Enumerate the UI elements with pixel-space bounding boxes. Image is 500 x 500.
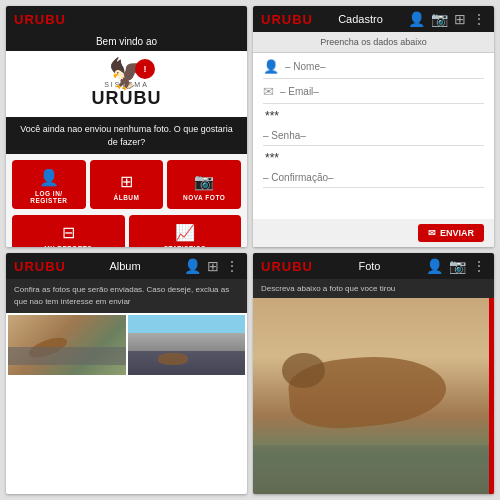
statistics-button[interactable]: 📈 STATISTICS xyxy=(129,215,242,247)
nova-foto-label: NOVA FOTO xyxy=(183,194,225,201)
ground xyxy=(253,445,494,494)
person-field-icon: 👤 xyxy=(263,59,279,74)
foto-image xyxy=(253,298,494,494)
nova-foto-button[interactable]: 📷 NOVA FOTO xyxy=(167,160,241,209)
mail-send-icon: ✉ xyxy=(428,228,436,238)
grid-tab-icon[interactable]: ⊞ xyxy=(207,258,219,274)
senha-stars: *** xyxy=(263,109,484,123)
logo-text: URUBU xyxy=(14,12,66,27)
header-icons: 👤 📷 ⊞ ⋮ xyxy=(408,11,486,27)
header-icons: 👤 📷 ⋮ xyxy=(426,258,486,274)
login-register-button[interactable]: 👤 LOG IN/ REGISTER xyxy=(12,160,86,209)
logo-area: 🦅 ! SISTEMA URUBU xyxy=(6,51,247,117)
album-grid xyxy=(6,313,247,494)
header-title: Foto xyxy=(358,260,380,272)
camera-tab-icon[interactable]: 📷 xyxy=(431,11,448,27)
screen3-header: URUBU Album 👤 ⊞ ⋮ xyxy=(6,253,247,279)
person-icon: 👤 xyxy=(39,168,59,187)
confirm-stars: *** xyxy=(263,151,484,165)
camera-tab-icon[interactable]: 📷 xyxy=(449,258,466,274)
road-surface xyxy=(8,347,126,365)
login-label: LOG IN/ REGISTER xyxy=(16,190,82,204)
welcome-text: Bem vindo ao xyxy=(96,36,157,47)
my-reports-label: MY REPORTS xyxy=(44,245,92,247)
camera-icon: 📷 xyxy=(194,172,214,191)
urubu-text: URUBU xyxy=(92,88,162,109)
report-icon: ⊟ xyxy=(62,223,75,242)
confirm-input[interactable] xyxy=(263,172,484,183)
form-subtitle: Preencha os dados abaixo xyxy=(253,32,494,53)
album-label: ÁLBUM xyxy=(114,194,140,201)
form-body: 👤 ✉ *** *** xyxy=(253,53,494,219)
subtitle-text: Preencha os dados abaixo xyxy=(320,37,427,47)
confirm-stars-row: *** xyxy=(263,151,484,167)
form-footer: ✉ ENVIAR xyxy=(253,219,494,247)
senha-field-row xyxy=(263,130,484,146)
warning-sign: ! xyxy=(135,59,155,79)
foto-main-area xyxy=(253,298,494,494)
header-title: Album xyxy=(109,260,140,272)
screen-album: URUBU Album 👤 ⊞ ⋮ Confira as fotos que s… xyxy=(6,253,247,494)
album-button[interactable]: ⊞ ÁLBUM xyxy=(90,160,164,209)
screen-cadastro: URUBU Cadastro 👤 📷 ⊞ ⋮ Preencha os dados… xyxy=(253,6,494,247)
more-icon[interactable]: ⋮ xyxy=(472,11,486,27)
album-description: Confira as fotos que serão enviadas. Cas… xyxy=(6,279,247,313)
header-icons: 👤 ⊞ ⋮ xyxy=(184,258,239,274)
screen4-header: URUBU Foto 👤 📷 ⋮ xyxy=(253,253,494,279)
animal-photo-1 xyxy=(8,315,126,375)
chart-icon: 📈 xyxy=(175,223,195,242)
logo-text: URUBU xyxy=(14,259,66,274)
road-photo xyxy=(128,315,246,375)
animal-shape-2 xyxy=(158,353,188,365)
more-icon[interactable]: ⋮ xyxy=(472,258,486,274)
buttons-row1: 👤 LOG IN/ REGISTER ⊞ ÁLBUM 📷 NOVA FOTO xyxy=(6,154,247,215)
screen-welcome: URUBU Bem vindo ao 🦅 ! SISTEMA URUBU Voc… xyxy=(6,6,247,247)
logo-text: URUBU xyxy=(261,12,313,27)
person-tab-icon[interactable]: 👤 xyxy=(408,11,425,27)
album-thumb-1[interactable] xyxy=(8,315,126,375)
more-icon[interactable]: ⋮ xyxy=(225,258,239,274)
mail-field-icon: ✉ xyxy=(263,84,274,99)
screen-foto: URUBU Foto 👤 📷 ⋮ Descreva abaixo a foto … xyxy=(253,253,494,494)
enviar-label: ENVIAR xyxy=(440,228,474,238)
foto-desc-text: Descreva abaixo a foto que voce tirou xyxy=(261,284,395,293)
screen2-header: URUBU Cadastro 👤 📷 ⊞ ⋮ xyxy=(253,6,494,32)
welcome-banner: Bem vindo ao xyxy=(6,32,247,51)
name-input[interactable] xyxy=(285,61,484,72)
email-field-row: ✉ xyxy=(263,84,484,104)
buttons-row2: ⊟ MY REPORTS 📈 STATISTICS xyxy=(6,215,247,247)
grid-icon: ⊞ xyxy=(120,172,133,191)
screen1-header: URUBU xyxy=(6,6,247,32)
person-tab-icon[interactable]: 👤 xyxy=(184,258,201,274)
album-desc-text: Confira as fotos que serão enviadas. Cas… xyxy=(14,285,229,306)
name-field-row: 👤 xyxy=(263,59,484,79)
header-title: Cadastro xyxy=(338,13,383,25)
senha-stars-row: *** xyxy=(263,109,484,125)
senha-input[interactable] xyxy=(263,130,484,141)
email-input[interactable] xyxy=(280,86,484,97)
foto-description: Descreva abaixo a foto que voce tirou xyxy=(253,279,494,298)
enviar-button[interactable]: ✉ ENVIAR xyxy=(418,224,484,242)
grid-tab-icon[interactable]: ⊞ xyxy=(454,11,466,27)
album-thumb-2[interactable] xyxy=(128,315,246,375)
foto-red-bar xyxy=(489,298,494,494)
message-bar: Você ainda nao enviou nenhuma foto. O qu… xyxy=(6,117,247,154)
my-reports-button[interactable]: ⊟ MY REPORTS xyxy=(12,215,125,247)
confirm-field-row xyxy=(263,172,484,188)
message-text: Você ainda nao enviou nenhuma foto. O qu… xyxy=(20,124,233,147)
statistics-label: STATISTICS xyxy=(164,245,206,247)
logo-graphic: 🦅 ! xyxy=(108,59,145,89)
logo-text: URUBU xyxy=(261,259,313,274)
person-tab-icon[interactable]: 👤 xyxy=(426,258,443,274)
